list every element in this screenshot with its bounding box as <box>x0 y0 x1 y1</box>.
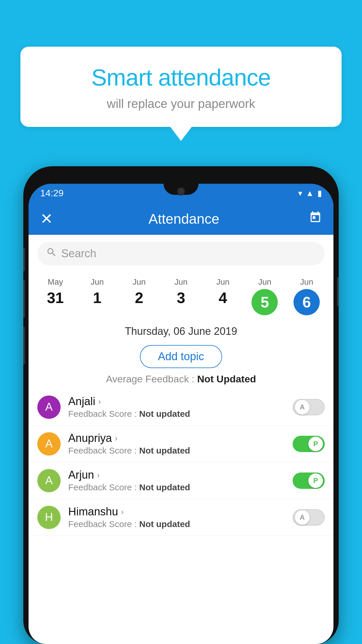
calendar-day-2[interactable]: Jun2 <box>118 274 160 319</box>
calendar-icon[interactable] <box>309 211 322 227</box>
student-name[interactable]: Anjali › <box>68 395 293 408</box>
toggle-knob: P <box>308 437 323 451</box>
attendance-toggle[interactable]: P <box>293 436 325 452</box>
avatar: A <box>37 432 61 456</box>
status-icons: ▾ ▲ ▮ <box>298 188 322 198</box>
phone-frame: 14:29 ▾ ▲ ▮ ✕ Attendance S <box>23 166 339 644</box>
phone-camera <box>177 187 185 195</box>
calendar-day-4[interactable]: Jun4 <box>202 274 244 319</box>
attendance-toggle[interactable]: A <box>293 509 325 526</box>
student-item: A Anupriya › Feedback Score : Not update… <box>29 426 333 462</box>
student-item: H Himanshu › Feedback Score : Not update… <box>29 499 333 536</box>
chevron-icon: › <box>97 470 100 480</box>
search-icon <box>46 247 57 260</box>
phone-screen: 14:29 ▾ ▲ ▮ ✕ Attendance S <box>29 184 333 644</box>
attendance-toggle[interactable]: P <box>293 473 325 489</box>
student-feedback: Feedback Score : Not updated <box>68 519 293 529</box>
student-info: Anjali › Feedback Score : Not updated <box>68 395 293 419</box>
close-button[interactable]: ✕ <box>40 210 53 228</box>
student-name[interactable]: Arjun › <box>68 469 293 481</box>
avatar: A <box>37 469 61 492</box>
chevron-icon: › <box>115 434 117 443</box>
bubble-subtitle: will replace your paperwork <box>38 97 324 111</box>
student-info: Anupriya › Feedback Score : Not updated <box>68 432 293 456</box>
toggle-knob: A <box>295 510 310 525</box>
chevron-icon: › <box>121 507 124 517</box>
student-item: A Arjun › Feedback Score : Not updated P <box>29 462 333 499</box>
wifi-icon: ▾ <box>298 188 302 198</box>
calendar-strip: May31Jun1Jun2Jun3Jun4Jun5Jun6 <box>29 270 333 319</box>
phone-button-right <box>337 277 339 306</box>
calendar-day-6[interactable]: Jun6 <box>286 274 328 319</box>
student-info: Himanshu › Feedback Score : Not updated <box>68 505 293 529</box>
student-info: Arjun › Feedback Score : Not updated <box>68 469 293 492</box>
phone-button-left2 <box>23 280 25 318</box>
search-placeholder: Search <box>61 247 96 260</box>
toggle-knob: A <box>295 400 310 414</box>
battery-icon: ▮ <box>317 188 322 198</box>
calendar-day-31[interactable]: May31 <box>34 274 76 319</box>
toggle-knob: P <box>308 473 323 488</box>
student-feedback: Feedback Score : Not updated <box>68 446 293 456</box>
avatar: A <box>37 396 61 419</box>
calendar-day-5[interactable]: Jun5 <box>244 274 286 319</box>
student-item: A Anjali › Feedback Score : Not updated … <box>29 389 333 426</box>
date-label: Thursday, 06 June 2019 <box>29 319 333 342</box>
chevron-icon: › <box>98 397 101 406</box>
phone-button-left3 <box>23 327 25 365</box>
avatar: H <box>37 506 61 529</box>
avg-feedback-value: Not Updated <box>197 373 256 384</box>
app-bar: ✕ Attendance <box>29 203 333 235</box>
student-list: A Anjali › Feedback Score : Not updated … <box>29 389 333 536</box>
speech-bubble: Smart attendance will replace your paper… <box>20 47 342 127</box>
student-feedback: Feedback Score : Not updated <box>68 409 293 419</box>
avg-feedback-label: Average Feedback : <box>106 373 194 384</box>
signal-icon: ▲ <box>306 189 314 198</box>
calendar-day-3[interactable]: Jun3 <box>160 274 202 319</box>
bubble-title: Smart attendance <box>38 64 324 91</box>
search-bar[interactable]: Search <box>37 242 325 265</box>
student-feedback: Feedback Score : Not updated <box>68 482 293 492</box>
status-time: 14:29 <box>40 188 64 199</box>
app-bar-title: Attendance <box>59 211 309 227</box>
attendance-toggle[interactable]: A <box>293 399 325 415</box>
student-name[interactable]: Anupriya › <box>68 432 293 444</box>
calendar-day-1[interactable]: Jun1 <box>76 274 118 319</box>
student-name[interactable]: Himanshu › <box>68 505 293 518</box>
phone-button-left1 <box>23 248 25 271</box>
avg-feedback: Average Feedback : Not Updated <box>29 373 333 389</box>
add-topic-button[interactable]: Add topic <box>140 345 222 368</box>
